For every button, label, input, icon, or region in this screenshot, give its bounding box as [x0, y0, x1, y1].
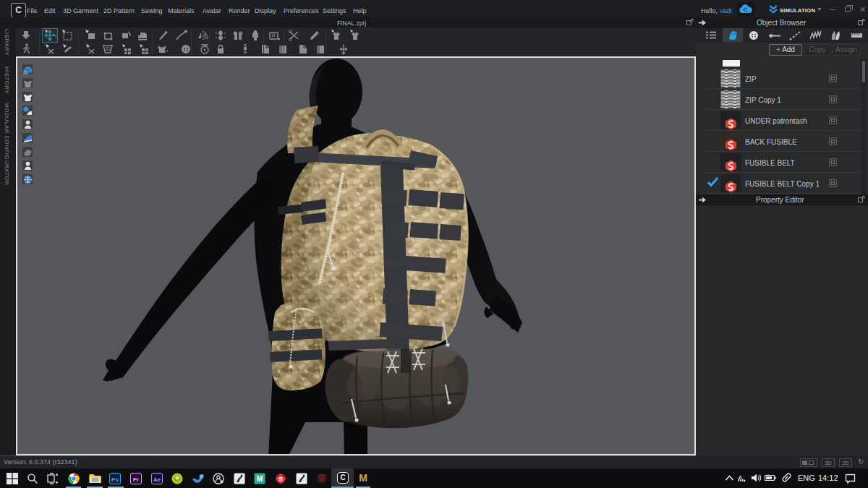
svg-text:S: S	[278, 476, 283, 483]
svg-text:Ps: Ps	[111, 476, 119, 483]
svg-text:M: M	[257, 475, 263, 483]
svg-text:C: C	[744, 7, 748, 13]
svg-text:Pr: Pr	[133, 476, 139, 483]
svg-text:Ae: Ae	[153, 476, 161, 483]
